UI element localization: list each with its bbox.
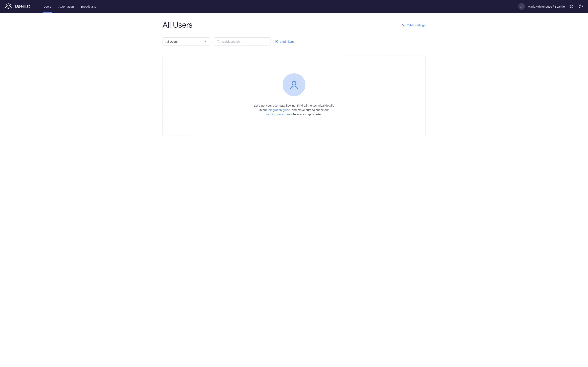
page: All Users Table settings All Users [154,13,434,148]
empty-state-illustration [283,73,305,96]
plus-circle-icon [275,40,278,43]
search-icon [217,40,220,43]
table-settings-label: Table settings [407,24,426,27]
brand-name: Userlist [15,4,30,9]
gear-icon [569,4,574,8]
top-nav: Userlist Users Automation Broadcasts Mar… [0,0,588,13]
avatar [518,3,525,10]
brand-logo-icon [5,3,12,10]
svg-point-0 [521,5,522,6]
planning-worksheets-link[interactable]: planning worksheets [265,113,292,116]
nav-links: Users Automation Broadcasts [43,0,97,13]
help-button[interactable] [578,4,583,9]
svg-point-3 [580,7,581,8]
topnav-left: Userlist Users Automation Broadcasts [5,0,97,13]
help-icon [579,4,583,8]
page-header: All Users Table settings [162,21,426,29]
gear-icon [401,24,405,27]
empty-text-3: before you get started. [292,113,323,116]
search-input[interactable] [222,40,268,43]
user-icon [289,80,299,90]
nav-link-automation[interactable]: Automation [58,0,75,13]
nav-link-label: Broadcasts [81,5,96,8]
topnav-right: Maria Whitehouse / Sparkle [518,3,583,10]
table-settings-button[interactable]: Table settings [401,24,426,27]
user-chip[interactable]: Maria Whitehouse / Sparkle [518,3,565,10]
empty-state: Let's get your user data flowing! Find a… [162,55,426,136]
search-input-wrapper[interactable] [214,37,271,45]
nav-link-label: Users [43,5,51,8]
empty-text-2: , and make sure to check out [290,108,329,112]
user-chip-label: Maria Whitehouse / Sparkle [528,5,565,8]
empty-state-text: Let's get your user data flowing! Find a… [254,103,334,117]
segment-select-value: All Users [166,40,177,43]
integration-guide-link[interactable]: integration guide [268,108,290,112]
chevron-down-icon [204,40,207,43]
svg-point-4 [403,25,404,26]
add-filters-button[interactable]: Add filters [275,40,294,43]
svg-point-7 [292,81,296,85]
settings-button[interactable] [569,4,574,9]
nav-link-broadcasts[interactable]: Broadcasts [80,0,97,13]
add-filters-label: Add filters [280,40,294,43]
brand[interactable]: Userlist [5,3,30,10]
nav-link-label: Automation [59,5,74,8]
page-title: All Users [162,21,192,29]
svg-point-1 [571,6,572,7]
filter-row: All Users Add [162,37,426,45]
segment-select[interactable]: All Users [162,37,210,45]
nav-link-users[interactable]: Users [43,0,52,13]
